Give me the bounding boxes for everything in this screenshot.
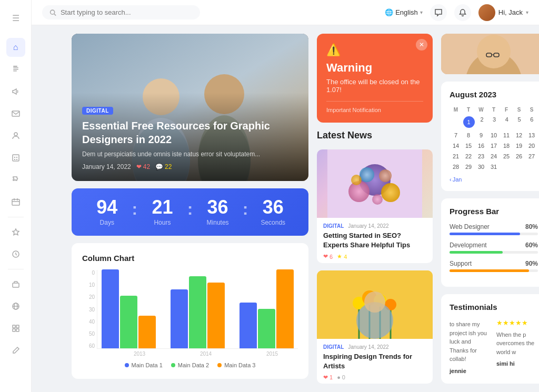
cal-day-5[interactable]: 5	[513, 114, 526, 130]
sidebar-item-briefcase[interactable]	[6, 275, 25, 294]
cal-day-11[interactable]: 11	[500, 130, 513, 140]
news-body-1: DIGITAL January 14, 2022 Getting Started…	[317, 218, 433, 263]
cal-day-7[interactable]: 7	[450, 130, 462, 140]
y-label-50: 50	[82, 331, 97, 337]
cal-day-26[interactable]: 26	[513, 151, 525, 162]
chart-bars	[97, 270, 298, 349]
cal-day-30[interactable]: 30	[475, 162, 487, 172]
sidebar-item-calendar[interactable]	[6, 193, 25, 212]
calendar-nav: ‹ Jan	[450, 176, 538, 183]
chart-group-2013	[102, 269, 156, 348]
svg-rect-3	[13, 71, 17, 72]
cal-day-27[interactable]: 27	[525, 151, 538, 162]
sidebar-item-megaphone[interactable]	[6, 82, 25, 101]
bar-2013-blue	[102, 269, 119, 348]
testimonials-card: Testimonials to share my project ish you…	[441, 294, 539, 384]
cal-day-21[interactable]: 21	[450, 151, 462, 162]
progress-label-support: Support	[450, 260, 472, 267]
news-comments-2: ● 0	[337, 374, 345, 381]
progress-fill-support	[450, 269, 529, 272]
cal-day-4[interactable]: 4	[501, 114, 513, 130]
cal-day-2[interactable]: 2	[476, 114, 488, 130]
news-date-1: January 14, 2022	[348, 223, 388, 229]
chart-legend: Main Data 1 Main Data 2 Main Data 3	[82, 362, 298, 368]
news-card-2: DIGITAL January 14, 2022 Inspiring Desig…	[317, 270, 433, 384]
news-comments-1: ★ 4	[337, 253, 347, 260]
warning-icon: ⚠️	[326, 43, 423, 57]
cal-day-15[interactable]: 15	[462, 140, 475, 151]
cal-day-3[interactable]: 3	[488, 114, 501, 130]
svg-rect-6	[13, 155, 19, 161]
latest-news-title: Latest News	[317, 130, 433, 141]
cal-day-6[interactable]: 6	[525, 114, 538, 130]
hero-tag: DIGITAL	[82, 107, 113, 115]
news-body-2: DIGITAL January 14, 2022 Inspiring Desig…	[317, 339, 433, 384]
warning-title: Warning	[326, 61, 423, 75]
sidebar-item-user[interactable]	[6, 126, 25, 145]
menu-icon[interactable]: ☰	[6, 8, 25, 27]
user-menu[interactable]: Hi, Jack ▾	[478, 4, 528, 21]
search-input[interactable]	[61, 8, 193, 16]
cal-day-13[interactable]: 13	[525, 130, 538, 140]
cal-day-19[interactable]: 19	[513, 140, 525, 151]
warning-close-button[interactable]: ✕	[416, 39, 427, 51]
legend-dot-blue	[125, 363, 129, 367]
sidebar-item-building[interactable]	[6, 148, 25, 167]
svg-rect-20	[13, 329, 15, 331]
sidebar-item-home[interactable]: ⌂	[6, 38, 25, 57]
sidebar: ☰ ⌂	[0, 0, 32, 392]
cal-day-25[interactable]: 25	[500, 151, 513, 162]
svg-point-38	[372, 194, 383, 205]
flag-icon: 🌐	[385, 8, 393, 16]
svg-rect-10	[16, 159, 17, 160]
user-greeting: Hi, Jack	[498, 8, 523, 16]
cal-day-1[interactable]: 1	[462, 114, 476, 130]
progress-item-development: Development 60%	[450, 242, 538, 254]
cal-day-23[interactable]: 23	[475, 151, 487, 162]
cal-head-W: W	[475, 105, 487, 114]
language-selector[interactable]: 🌐 English ▾	[385, 8, 423, 16]
chat-button[interactable]	[430, 4, 447, 21]
cal-day-24[interactable]: 24	[487, 151, 500, 162]
search-bar[interactable]	[42, 5, 200, 19]
cal-day-31[interactable]: 31	[487, 162, 500, 172]
cal-day-20[interactable]: 20	[525, 140, 538, 151]
cal-day-10[interactable]: 10	[487, 130, 500, 140]
calendar-prev-btn[interactable]: ‹ Jan	[450, 176, 462, 183]
progress-pct-webdesigner: 80%	[525, 223, 538, 230]
warning-link[interactable]: Important Notification	[326, 101, 423, 113]
countdown-sep1: :	[130, 199, 140, 219]
cal-day-14[interactable]: 14	[450, 140, 462, 151]
legend-main-data-1: Main Data 1	[125, 362, 163, 368]
cal-head-S1: S	[513, 105, 525, 114]
hero-comments: 💬 22	[155, 163, 172, 170]
cal-day-28[interactable]: 28	[450, 162, 462, 172]
cal-day-16[interactable]: 16	[475, 140, 487, 151]
testimonials-content: to share my project ish you luck and Tha…	[450, 318, 538, 375]
y-label-60: 60	[82, 343, 97, 349]
svg-point-35	[381, 183, 400, 202]
cal-week-5: 28 29 30 31	[450, 162, 538, 172]
sidebar-item-star[interactable]	[6, 223, 25, 242]
sidebar-item-grid[interactable]	[6, 319, 25, 338]
cal-day-18[interactable]: 18	[500, 140, 513, 151]
notification-button[interactable]	[454, 4, 471, 21]
cal-day-29[interactable]: 29	[462, 162, 475, 172]
cal-day-22[interactable]: 22	[462, 151, 475, 162]
progress-bg-development	[450, 251, 538, 254]
cal-day-17[interactable]: 17	[487, 140, 500, 151]
svg-point-36	[360, 167, 374, 182]
sidebar-item-puzzle[interactable]	[6, 170, 25, 189]
cal-day-12[interactable]: 12	[513, 130, 525, 140]
sidebar-item-document[interactable]	[6, 60, 25, 79]
countdown-seconds: 36 Seconds	[251, 198, 296, 226]
news-reactions-1: ❤ 6 ★ 4	[323, 253, 426, 260]
sidebar-item-clock[interactable]	[6, 245, 25, 264]
cal-day-8[interactable]: 8	[462, 130, 475, 140]
sidebar-item-mail[interactable]	[6, 104, 25, 123]
sidebar-item-edit[interactable]	[6, 341, 25, 360]
cal-day-9[interactable]: 9	[475, 130, 487, 140]
sidebar-item-globe[interactable]	[6, 297, 25, 316]
progress-item-webdesigner: Web Designer 80%	[450, 223, 538, 235]
cal-week-3: 14 15 16 17 18 19 20	[450, 140, 538, 151]
